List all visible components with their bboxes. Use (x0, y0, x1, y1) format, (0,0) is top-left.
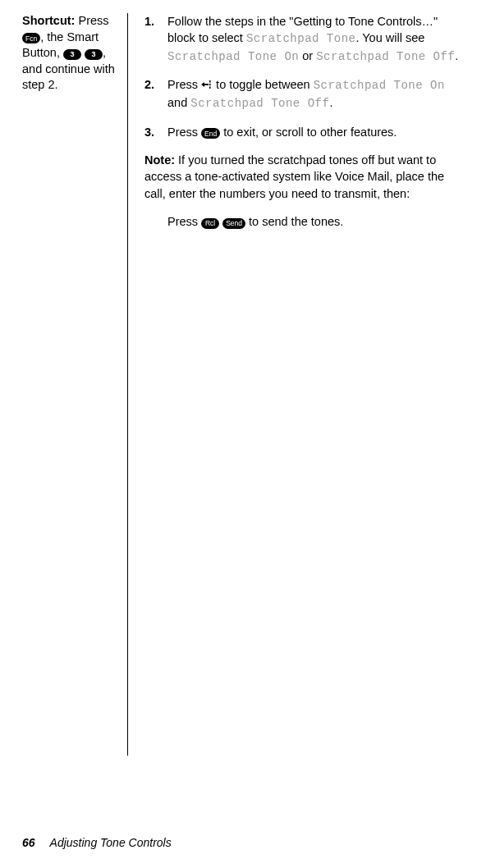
svg-marker-0 (201, 82, 209, 87)
send-key-icon: Send (222, 218, 245, 229)
page-footer: 66Adjusting Tone Controls (22, 835, 172, 852)
lcd-text: Scratchpad Tone On (314, 79, 445, 92)
step-number: 3. (144, 124, 167, 140)
step-item: 2. Press to toggle between Scratchpad To… (144, 76, 464, 112)
nav-arrows-icon (201, 77, 213, 94)
step-number: 2. (144, 76, 167, 112)
svg-rect-2 (209, 84, 211, 86)
note-block: Note: If you turned the scratchpad tones… (144, 152, 464, 202)
step-body: Press to toggle between Scratchpad Tone … (167, 76, 464, 112)
svg-rect-3 (209, 87, 211, 89)
fcn-key-icon: Fcn (22, 33, 40, 43)
lcd-text: Scratchpad Tone Off (316, 50, 455, 63)
steps-list: 1. Follow the steps in the "Getting to T… (144, 13, 464, 140)
svg-rect-1 (209, 80, 211, 83)
section-title: Adjusting Tone Controls (50, 836, 172, 849)
shortcut-label: Shortcut: (22, 14, 75, 27)
rcl-key-icon: Rcl (201, 218, 219, 229)
shortcut-sidebar: Shortcut: Press Fcn, the Smart Button, 3… (22, 13, 127, 756)
step-body: Follow the steps in the "Getting to Tone… (167, 13, 464, 65)
lcd-text: Scratchpad Tone (246, 32, 356, 45)
note-continuation: Press Rcl Send to send the tones. (167, 213, 464, 230)
note-label: Note: (144, 153, 175, 167)
lcd-text: Scratchpad Tone Off (190, 97, 329, 110)
step-body: Press End to exit, or scroll to other fe… (167, 124, 464, 140)
end-key-icon: End (201, 128, 220, 139)
step-number: 1. (144, 13, 167, 65)
main-content: 1. Follow the steps in the "Getting to T… (144, 13, 464, 756)
note-text: If you turned the scratchpad tones off b… (144, 153, 444, 200)
step-item: 1. Follow the steps in the "Getting to T… (144, 13, 464, 65)
step-item: 3. Press End to exit, or scroll to other… (144, 124, 464, 140)
page-number: 66 (22, 836, 35, 849)
three-key-icon: 3 (85, 49, 103, 60)
lcd-text: Scratchpad Tone On (167, 50, 299, 63)
vertical-divider (127, 13, 128, 756)
three-key-icon: 3 (63, 49, 81, 60)
shortcut-text: Press (78, 14, 108, 27)
